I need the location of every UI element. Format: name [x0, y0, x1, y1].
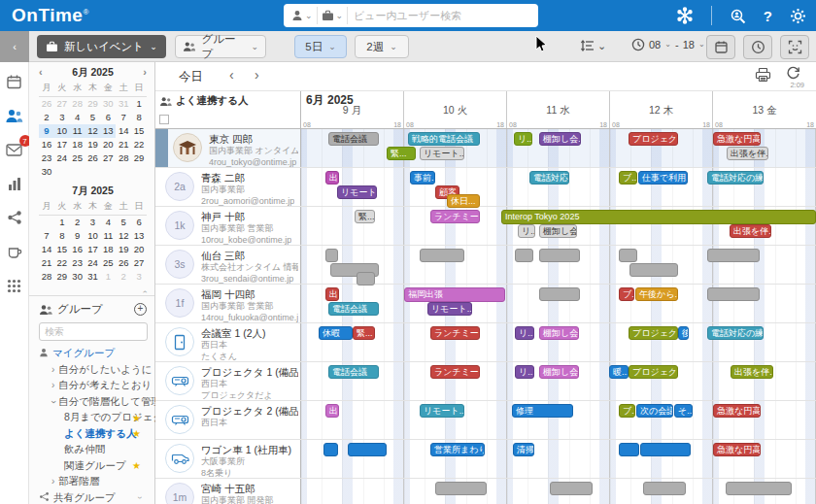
event[interactable]: 仕事で利用...	[638, 171, 688, 185]
person-cell[interactable]: ワゴン車 1 (社用車)大阪事業所8名乗り	[155, 440, 301, 478]
tree-expand-icon[interactable]: ›	[135, 496, 144, 499]
event[interactable]: 事前...	[410, 171, 435, 185]
schedule-row[interactable]: 東京 四郎国内事業部 オンタイム事...4rou_tokyo@ontime.jp…	[155, 129, 816, 168]
calendar-day[interactable]: 9	[39, 124, 54, 138]
calendar-day[interactable]: 23	[70, 256, 85, 270]
calendar-day[interactable]: 4	[100, 216, 116, 229]
calendar-day[interactable]: 29	[54, 270, 70, 284]
calendar-day[interactable]: 7	[39, 229, 54, 243]
favorite-star-icon[interactable]: ★	[132, 413, 141, 423]
add-group-button[interactable]: +	[134, 303, 147, 316]
person-cell[interactable]: 1f福岡 十四郎国内事業部 営業部14rou_fukuoka@ontime.jp	[155, 285, 301, 322]
today-button[interactable]: 今日	[179, 69, 203, 85]
schedule-row[interactable]: 2a青森 二郎国内事業部2rou_aomori@ontime.jp出..リモート…	[155, 168, 816, 207]
calendar-day[interactable]: 25	[100, 256, 116, 270]
event[interactable]: 出..	[325, 404, 339, 418]
day-header-cell[interactable]: 10 火0818	[404, 91, 507, 128]
calendar-day[interactable]: 3	[85, 216, 101, 229]
group-tree-item[interactable]: 飲み仲間	[39, 442, 151, 458]
calendar-day[interactable]: 30	[100, 97, 116, 111]
group-tree-item[interactable]: ›部署階層	[39, 474, 151, 490]
event[interactable]: そ...	[674, 404, 693, 418]
visible-hours-control[interactable]: 08⌄ - 18⌄	[631, 38, 705, 51]
event[interactable]: 急激な円高...	[713, 443, 761, 456]
week-span-dropdown[interactable]: 2週 ⌄	[355, 35, 409, 58]
event[interactable]: 電話対応の練習	[707, 171, 764, 185]
calendar-day[interactable]: 24	[85, 256, 101, 270]
group-tree-item[interactable]: ›自分で階層化して管理	[39, 394, 151, 411]
calendar-day[interactable]: 20	[131, 243, 147, 256]
calendar-day[interactable]: 12	[85, 124, 101, 138]
next-button[interactable]: ›	[255, 67, 259, 83]
day-header-cell[interactable]: 11 水0818	[507, 91, 610, 128]
calendar-day[interactable]: 14	[39, 243, 54, 256]
event[interactable]: 出張を伴...	[727, 147, 768, 160]
calendar-day[interactable]: 25	[70, 151, 85, 165]
calendar-day[interactable]: 17	[54, 138, 70, 151]
person-cell[interactable]: 2a青森 二郎国内事業部2rou_aomori@ontime.jp	[155, 168, 301, 206]
event[interactable]: 電話会議	[328, 132, 379, 146]
calendar-day[interactable]: 28	[70, 97, 85, 111]
calendar-day[interactable]: 11	[70, 124, 85, 138]
calendar-day[interactable]: 10	[85, 229, 101, 243]
event[interactable]: 急激な円高...	[713, 132, 761, 146]
event[interactable]: 休日...	[447, 194, 480, 208]
calendar-filter-dropdown[interactable]: ⌄	[318, 7, 349, 24]
calendar-day[interactable]: 1	[100, 270, 116, 284]
select-all-checkbox[interactable]	[159, 115, 169, 124]
tree-chevron-icon[interactable]: ›	[49, 400, 58, 403]
calendar-day[interactable]: 18	[70, 138, 85, 151]
schedule-row[interactable]: プロジェクタ 1 (備品)西日本プロジェクタだよ電話会議ランチミー...リ...…	[155, 362, 816, 401]
calendar-day[interactable]: 31	[85, 270, 101, 284]
calendar-day[interactable]: 2	[116, 270, 131, 284]
event[interactable]: 電話対応の練習	[707, 326, 764, 340]
event[interactable]: 営業所まわり	[430, 443, 485, 456]
tree-chevron-icon[interactable]: ›	[51, 381, 54, 390]
event[interactable]: ブ...	[619, 287, 634, 301]
print-button[interactable]	[755, 67, 771, 86]
calendar-day[interactable]: 1	[131, 97, 147, 111]
event[interactable]	[539, 249, 580, 262]
group-tree-item[interactable]: 関連グループ★	[39, 458, 151, 475]
schedule-row[interactable]: プロジェクタ 2 (備品)西日本出..リモート...修理ブ...次の会議そ...…	[155, 401, 816, 440]
event[interactable]: 棚卸し会...	[539, 326, 579, 340]
event[interactable]: プロジェクト	[629, 132, 678, 146]
event[interactable]: 出張を伴...	[731, 365, 773, 379]
event[interactable]	[707, 287, 760, 301]
rail-calendar-icon[interactable]	[4, 72, 25, 91]
calendar-day[interactable]: 15	[54, 243, 70, 256]
event[interactable]	[619, 249, 637, 262]
calendar-prev-icon[interactable]: ‹	[39, 66, 43, 78]
user-filter-dropdown[interactable]: ⌄	[288, 7, 318, 24]
event[interactable]	[515, 249, 533, 262]
event[interactable]: ランチミー...	[430, 210, 480, 223]
calendar-day[interactable]: 11	[100, 229, 116, 243]
rail-chart-icon[interactable]	[4, 174, 25, 193]
prev-button[interactable]: ‹	[229, 67, 234, 83]
event[interactable]	[640, 443, 691, 456]
calendar-day[interactable]: 10	[54, 124, 70, 138]
event[interactable]: ランチミー...	[430, 326, 480, 340]
event[interactable]	[420, 249, 464, 262]
schedule-row[interactable]: 1f福岡 十四郎国内事業部 営業部14rou_fukuoka@ontime.jp…	[155, 285, 816, 323]
group-tree-item[interactable]: 8月までのプロジェク...★	[39, 410, 151, 426]
event[interactable]: 清掃	[513, 443, 534, 456]
event[interactable]	[726, 482, 792, 495]
connections-icon[interactable]	[676, 7, 694, 24]
rail-apps-icon[interactable]	[4, 276, 25, 295]
calendar-day[interactable]: 27	[131, 256, 147, 270]
calendar-day[interactable]: 4	[70, 111, 85, 124]
event[interactable]	[323, 443, 338, 456]
calendar-day[interactable]: 29	[85, 97, 101, 111]
rail-share-icon[interactable]	[4, 208, 25, 227]
calendar-day[interactable]: 17	[85, 243, 101, 256]
favorite-star-icon[interactable]: ★	[132, 428, 141, 439]
event[interactable]: リ...	[515, 326, 534, 340]
event[interactable]: リモート...	[420, 404, 464, 418]
day-header-cell[interactable]: 12 木0818	[610, 91, 713, 128]
calendar-day[interactable]: 16	[39, 138, 54, 151]
event[interactable]	[643, 482, 686, 495]
person-cell[interactable]: プロジェクタ 1 (備品)西日本プロジェクタだよ	[155, 362, 301, 400]
event[interactable]: リ...	[518, 224, 535, 238]
event[interactable]: 後	[678, 326, 689, 340]
